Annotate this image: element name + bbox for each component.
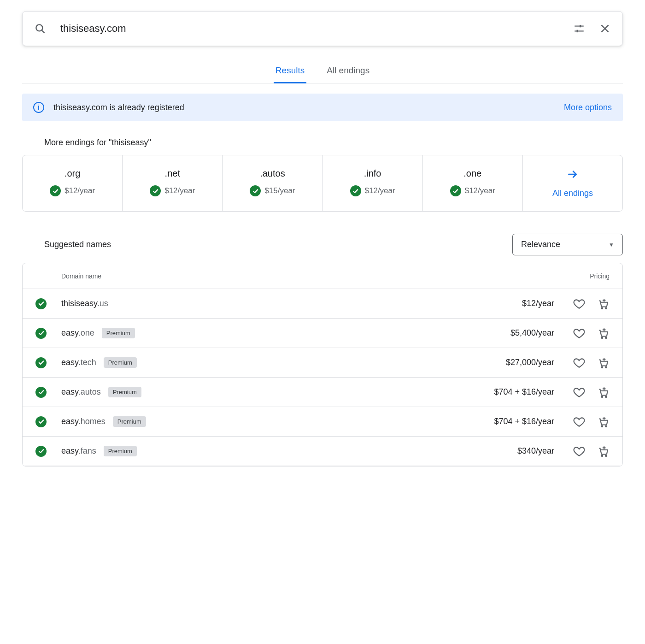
domain-base: easy — [61, 387, 78, 396]
status-cell — [35, 446, 61, 457]
domain-ext: .fans — [78, 446, 96, 455]
ending-price: $12/year — [164, 186, 195, 195]
price-line: $12/year — [150, 185, 195, 196]
sort-selected: Relevance — [521, 240, 560, 249]
search-bar — [22, 11, 623, 46]
domain-ext: .one — [78, 328, 94, 337]
premium-badge: Premium — [104, 446, 137, 456]
domain-cell: easy.autosPremium — [61, 387, 462, 397]
add-to-cart-button[interactable] — [597, 327, 610, 340]
tune-icon[interactable] — [573, 22, 586, 35]
tabs: Results All endings — [22, 59, 623, 83]
registered-alert: i thisiseasy.com is already registered M… — [22, 94, 623, 121]
ending-card[interactable]: .org$12/year — [23, 155, 123, 211]
ending-tld: .net — [165, 168, 180, 179]
premium-badge: Premium — [113, 416, 146, 427]
ending-price: $12/year — [64, 186, 95, 195]
more-endings-heading: More endings for "thisiseasy" — [44, 138, 623, 148]
add-to-cart-button[interactable] — [597, 445, 610, 458]
status-cell — [35, 387, 61, 398]
price-cell: $5,400/year — [462, 328, 554, 338]
close-icon[interactable] — [598, 22, 611, 35]
ending-card[interactable]: .info$12/year — [323, 155, 423, 211]
ending-card[interactable]: .net$12/year — [123, 155, 223, 211]
all-endings-label: All endings — [552, 189, 593, 198]
favorite-button[interactable] — [573, 445, 586, 458]
svg-point-26 — [605, 425, 607, 427]
svg-line-1 — [42, 30, 45, 33]
ending-tld: .info — [364, 168, 381, 179]
domain-cell: easy.onePremium — [61, 328, 462, 338]
price-cell: $12/year — [462, 299, 554, 308]
add-to-cart-button[interactable] — [597, 415, 610, 428]
svg-point-25 — [601, 425, 603, 427]
tab-results[interactable]: Results — [274, 59, 306, 83]
table-row[interactable]: easy.techPremium$27,000/year — [23, 348, 622, 378]
check-icon — [150, 185, 161, 196]
favorite-button[interactable] — [573, 297, 586, 310]
check-icon — [35, 357, 47, 368]
all-endings-card[interactable]: All endings — [523, 155, 622, 211]
price-cell: $340/year — [462, 446, 554, 456]
price-cell: $704 + $16/year — [462, 387, 554, 397]
add-to-cart-button[interactable] — [597, 386, 610, 399]
svg-point-9 — [601, 307, 603, 309]
alert-message: thisiseasy.com is already registered — [53, 103, 555, 112]
suggested-heading: Suggested names — [44, 240, 111, 249]
ending-tld: .org — [64, 168, 80, 179]
favorite-button[interactable] — [573, 386, 586, 399]
table-row[interactable]: thisiseasy.us$12/year — [23, 289, 622, 319]
ending-price: $12/year — [365, 186, 395, 195]
domain-ext: .tech — [78, 358, 96, 367]
domain-base: thisiseasy — [61, 299, 97, 308]
column-domain-name: Domain name — [35, 272, 462, 280]
premium-badge: Premium — [104, 357, 137, 368]
ending-tld: .one — [463, 168, 481, 179]
endings-row: .org$12/year.net$12/year.autos$15/year.i… — [22, 155, 623, 212]
check-icon — [350, 185, 361, 196]
price-line: $15/year — [250, 185, 295, 196]
ending-price: $15/year — [264, 186, 295, 195]
table-row[interactable]: easy.onePremium$5,400/year — [23, 319, 622, 348]
table-row[interactable]: easy.homesPremium$704 + $16/year — [23, 407, 622, 437]
price-cell: $704 + $16/year — [462, 417, 554, 426]
add-to-cart-button[interactable] — [597, 297, 610, 310]
svg-point-0 — [36, 24, 42, 31]
price-line: $12/year — [450, 185, 495, 196]
domain-ext: .us — [97, 299, 108, 308]
svg-point-22 — [605, 396, 607, 397]
favorite-button[interactable] — [573, 415, 586, 428]
premium-badge: Premium — [108, 387, 141, 397]
svg-point-30 — [605, 455, 607, 456]
check-icon — [35, 298, 47, 309]
status-cell — [35, 416, 61, 427]
table-header: Domain name Pricing — [23, 263, 622, 289]
table-row[interactable]: easy.fansPremium$340/year — [23, 437, 622, 466]
domain-ext: .homes — [78, 417, 106, 426]
domain-cell: thisiseasy.us — [61, 299, 462, 308]
add-to-cart-button[interactable] — [597, 356, 610, 369]
search-input[interactable] — [59, 22, 560, 35]
check-icon — [50, 185, 61, 196]
check-icon — [35, 328, 47, 339]
favorite-button[interactable] — [573, 356, 586, 369]
svg-point-14 — [605, 337, 607, 338]
ending-price: $12/year — [465, 186, 495, 195]
check-icon — [35, 387, 47, 398]
more-options-link[interactable]: More options — [564, 103, 612, 112]
svg-point-13 — [601, 337, 603, 338]
svg-point-21 — [601, 396, 603, 397]
table-row[interactable]: easy.autosPremium$704 + $16/year — [23, 378, 622, 407]
domain-cell: easy.fansPremium — [61, 446, 462, 456]
sort-select[interactable]: Relevance ▼ — [512, 234, 623, 255]
column-pricing: Pricing — [462, 272, 610, 280]
ending-tld: .autos — [260, 168, 285, 179]
domain-base: easy — [61, 417, 78, 426]
ending-card[interactable]: .one$12/year — [423, 155, 523, 211]
arrow-right-icon — [567, 168, 579, 182]
svg-rect-5 — [577, 30, 578, 32]
favorite-button[interactable] — [573, 327, 586, 340]
tab-all-endings[interactable]: All endings — [325, 59, 371, 83]
ending-card[interactable]: .autos$15/year — [223, 155, 322, 211]
domain-base: easy — [61, 358, 78, 367]
